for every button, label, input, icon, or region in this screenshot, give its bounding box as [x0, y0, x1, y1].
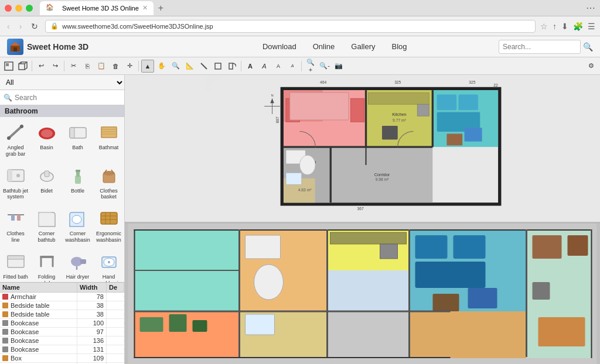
new-tab-button[interactable]: + — [158, 3, 163, 13]
delete-btn[interactable]: 🗑 — [109, 60, 122, 73]
maximize-button[interactable] — [26, 5, 33, 12]
furniture-icon — [4, 249, 28, 274]
svg-rect-83 — [350, 98, 364, 122]
svg-rect-27 — [45, 171, 49, 177]
svg-point-15 — [41, 129, 53, 138]
svg-text:887: 887 — [275, 116, 279, 123]
close-button[interactable] — [5, 5, 12, 12]
furniture-icon — [4, 206, 28, 231]
menu-icon[interactable]: ☰ — [588, 22, 595, 31]
back-button[interactable]: ‹ — [5, 20, 12, 32]
nav-download[interactable]: Download — [255, 40, 304, 53]
furniture-item-hair-dryer[interactable]: Hair dryer — [62, 246, 93, 282]
nav-gallery[interactable]: Gallery — [344, 40, 382, 53]
measure-tool[interactable]: 📐 — [183, 60, 196, 73]
plan-view-btn[interactable] — [2, 60, 15, 73]
extension-icon[interactable]: 🧩 — [573, 22, 583, 31]
svg-rect-116 — [134, 229, 591, 231]
furniture-item-bathtub-jet[interactable]: Bathtub jet system — [0, 160, 31, 204]
room-tool[interactable] — [212, 60, 224, 73]
bookmark-icon[interactable]: ☆ — [540, 22, 548, 31]
furniture-icon — [35, 120, 59, 145]
pan-tool[interactable]: ✋ — [155, 60, 168, 73]
reload-button[interactable]: ↻ — [29, 20, 40, 32]
search-icon: 🔍 — [4, 94, 12, 102]
zoom-in-btn[interactable]: 🔍+ — [304, 60, 317, 73]
zoom-tool[interactable]: 🔍 — [169, 60, 182, 73]
zoom-out-btn[interactable]: 🔍- — [318, 60, 331, 73]
list-item[interactable]: Bookcase 97 — [0, 328, 124, 336]
furniture-item-fitted-bath[interactable]: Fitted bath — [0, 246, 31, 282]
furniture-item-corner-washbasin[interactable]: Corner washbasin — [62, 203, 93, 246]
furniture-search-input[interactable] — [15, 94, 121, 102]
floor-plan-2d[interactable]: 464 325 325 — [125, 75, 600, 224]
svg-rect-123 — [246, 314, 275, 335]
wall-tool[interactable] — [197, 60, 210, 73]
security-icon: 🔒 — [50, 22, 59, 30]
list-item[interactable]: Box 109 — [0, 354, 124, 363]
minimize-button[interactable] — [15, 5, 22, 12]
svg-rect-124 — [330, 232, 407, 244]
list-item[interactable]: Bookcase 131 — [0, 345, 124, 354]
nav-links: Download Online Gallery Blog — [255, 40, 414, 53]
nav-search-input[interactable] — [499, 40, 581, 54]
furniture-item-bidet[interactable]: Bidet — [31, 160, 62, 204]
tab-close-button[interactable]: ✕ — [142, 4, 148, 12]
floor-plan-3d[interactable] — [125, 224, 600, 364]
furniture-item-corner-bathtub[interactable]: Corner bathtub — [31, 203, 62, 246]
3d-view-btn[interactable] — [16, 60, 29, 73]
list-header: Name Width De — [0, 283, 124, 293]
text-italic-tool[interactable]: A — [258, 60, 271, 73]
undo-btn[interactable]: ↩ — [35, 60, 47, 73]
furniture-item-hand-washbasin[interactable]: Hand washbasin — [93, 246, 124, 282]
text-tool[interactable]: A — [244, 60, 257, 73]
copy-btn[interactable]: ⎘ — [81, 60, 94, 73]
cut-btn[interactable]: ✂ — [67, 60, 80, 73]
browser-tab[interactable]: 🏠 Sweet Home 3D JS Online ✕ — [40, 1, 154, 15]
svg-rect-126 — [415, 235, 448, 259]
logo-icon — [7, 39, 23, 55]
svg-rect-96 — [286, 173, 302, 184]
furniture-item-clothes-basket[interactable]: Clothes basket — [93, 160, 124, 204]
text-tiny-tool[interactable]: A — [286, 60, 299, 73]
furniture-item-bath[interactable]: Bath — [62, 117, 93, 160]
furniture-item-basin[interactable]: Basin — [31, 117, 62, 160]
furniture-item-bottle[interactable]: Bottle — [62, 160, 93, 204]
camera-btn[interactable]: 📷 — [332, 60, 345, 73]
list-item[interactable]: Bookcase 136 — [0, 336, 124, 345]
download-icon[interactable]: ⬇ — [561, 22, 568, 31]
svg-rect-86 — [437, 94, 456, 110]
redo-btn[interactable]: ↪ — [49, 60, 62, 73]
main-area: AllBathroomBedroomKitchenLiving roomOffi… — [0, 75, 600, 364]
furniture-item-ergonomic-washbasin[interactable]: Ergonomic washbasin — [93, 203, 124, 246]
list-item[interactable]: Bedside table 38 — [0, 310, 124, 319]
list-item[interactable]: Bookcase 100 — [0, 319, 124, 328]
canvas-area: 464 325 325 — [125, 75, 600, 364]
tab-bar: 🏠 Sweet Home 3D JS Online ✕ + — [40, 1, 586, 15]
address-bar: ‹ › ↻ 🔒 www.sweethome3d.com/SweetHome3DJ… — [0, 16, 600, 36]
url-bar[interactable]: 🔒 www.sweethome3d.com/SweetHome3DJSOnlin… — [45, 20, 536, 33]
col-width: Width — [77, 283, 107, 292]
select-tool[interactable]: ▲ — [141, 60, 154, 73]
furniture-item-clothes-line[interactable]: Clothes line — [0, 203, 31, 246]
furniture-item-bathmat[interactable]: Bathmat — [93, 117, 124, 160]
sep1 — [32, 61, 32, 71]
door-tool[interactable] — [226, 60, 238, 73]
share-icon[interactable]: ↑ — [553, 22, 557, 31]
svg-rect-115 — [591, 229, 592, 358]
list-item[interactable]: Bedside table 38 — [0, 301, 124, 310]
text-small-tool[interactable]: A — [272, 60, 285, 73]
svg-rect-90 — [465, 128, 482, 141]
paste-btn[interactable]: 📋 — [95, 60, 108, 73]
move-btn[interactable]: ✛ — [123, 60, 136, 73]
list-item[interactable]: Armchair 78 — [0, 293, 124, 301]
nav-search-icon[interactable]: 🔍 — [583, 42, 593, 51]
furniture-item-folding-grab-bar[interactable]: Folding grab bar — [31, 246, 62, 282]
furniture-label: Basin — [40, 145, 53, 151]
preferences-btn[interactable]: ⚙ — [585, 60, 598, 73]
nav-online[interactable]: Online — [306, 40, 342, 53]
category-select[interactable]: AllBathroomBedroomKitchenLiving roomOffi… — [0, 75, 124, 90]
forward-button[interactable]: › — [17, 20, 25, 32]
nav-blog[interactable]: Blog — [385, 40, 414, 53]
furniture-item-angled-grab-bar[interactable]: Angled grab bar — [0, 117, 31, 160]
